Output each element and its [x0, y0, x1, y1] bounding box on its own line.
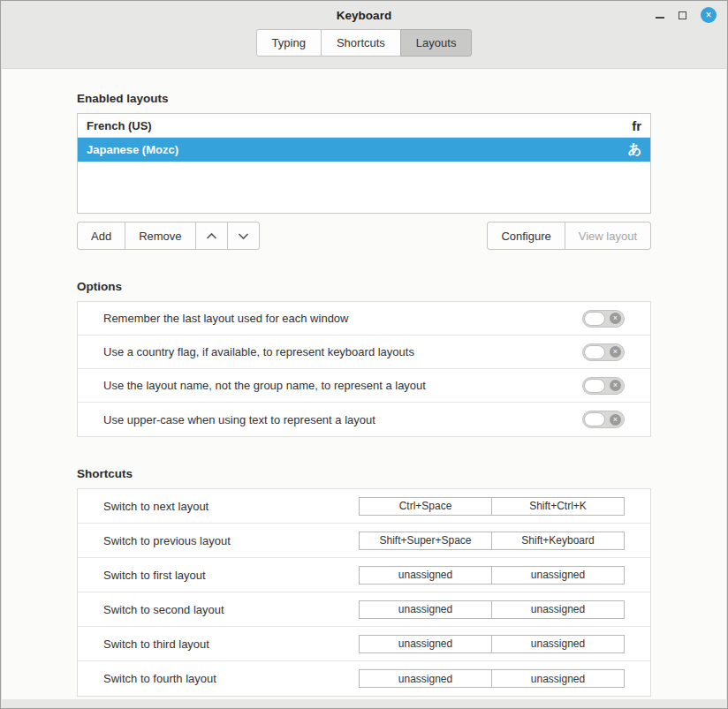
window-controls: × [656, 1, 717, 29]
toggle-switch-remember-layout[interactable]: × [582, 310, 625, 328]
keybinding-button[interactable]: Shift+Super+Space [359, 532, 492, 550]
shortcut-row-previous-layout: Switch to previous layout Shift+Super+Sp… [78, 524, 650, 558]
option-row-upper-case: Use upper-case when using text to repres… [78, 403, 650, 436]
shortcut-row-first-layout: Switch to first layout unassigned unassi… [78, 558, 650, 592]
window-title: Keyboard [337, 9, 391, 22]
layout-row-japanese[interactable]: Japanese (Mozc) あ [78, 138, 650, 162]
content-area: Enabled layouts French (US) fr Japanese … [2, 68, 726, 699]
shortcut-label: Switch to fourth layout [103, 672, 216, 685]
keybinding-button[interactable]: unassigned [491, 600, 625, 619]
keybinding-button[interactable]: unassigned [491, 669, 625, 688]
toggle-switch-layout-name[interactable]: × [582, 377, 625, 395]
shortcut-label: Switch to next layout [103, 500, 209, 513]
keybinding-button[interactable]: unassigned [491, 566, 625, 585]
minimize-button[interactable] [656, 11, 664, 19]
keybinding-button[interactable]: unassigned [359, 566, 492, 585]
shortcut-row-second-layout: Switch to second layout unassigned unass… [78, 592, 650, 627]
shortcut-row-fourth-layout: Switch to fourth layout unassigned unass… [78, 661, 650, 696]
move-down-button[interactable] [227, 222, 260, 250]
shortcut-row-third-layout: Switch to third layout unassigned unassi… [78, 627, 650, 661]
shortcut-label: Switch to first layout [103, 569, 206, 582]
toggle-off-icon: × [610, 414, 621, 426]
toggle-off-icon: × [610, 346, 621, 358]
layout-edit-buttons: Add Remove [77, 222, 260, 250]
enabled-layouts-heading: Enabled layouts [77, 92, 651, 105]
titlebar: Keyboard × [1, 1, 727, 29]
shortcut-label: Switch to previous layout [103, 534, 231, 547]
layout-action-buttons: Configure View layout [487, 222, 651, 250]
toggle-switch-country-flag[interactable]: × [582, 343, 625, 361]
layout-list-toolbar: Add Remove Configure View layout [77, 222, 651, 250]
option-label: Remember the last layout used for each w… [103, 312, 348, 325]
toggle-switch-upper-case[interactable]: × [582, 411, 625, 428]
maximize-icon [679, 11, 686, 19]
toggle-knob [584, 345, 605, 359]
layout-indicator-badge: あ [628, 141, 641, 158]
maximize-button[interactable] [679, 11, 686, 19]
layout-name: Japanese (Mozc) [87, 143, 178, 156]
enabled-layouts-list: French (US) fr Japanese (Mozc) あ [77, 113, 651, 214]
tab-typing[interactable]: Typing [256, 29, 322, 57]
close-icon: × [701, 7, 717, 23]
keybinding-button[interactable]: unassigned [359, 635, 492, 653]
add-button[interactable]: Add [77, 222, 125, 250]
option-label: Use upper-case when using text to repres… [103, 413, 375, 426]
shortcuts-heading: Shortcuts [77, 467, 651, 480]
toggle-knob [584, 379, 605, 393]
toggle-knob [584, 312, 605, 326]
keybinding-button[interactable]: unassigned [491, 635, 625, 653]
option-label: Use a country flag, if available, to rep… [103, 345, 414, 358]
keybinding-button[interactable]: Ctrl+Space [359, 497, 492, 516]
options-list: Remember the last layout used for each w… [77, 301, 651, 437]
shortcut-label: Switch to third layout [103, 637, 209, 651]
layout-indicator-badge: fr [632, 118, 641, 133]
keyboard-settings-window: { "colors": { "accent": "#35a2db" }, "wi… [0, 0, 728, 709]
minimize-icon [656, 17, 664, 19]
option-row-country-flag: Use a country flag, if available, to rep… [78, 336, 650, 369]
remove-button[interactable]: Remove [125, 222, 195, 250]
toggle-knob [584, 412, 605, 426]
move-up-button[interactable] [195, 222, 228, 250]
tab-shortcuts[interactable]: Shortcuts [321, 29, 401, 57]
chevron-up-icon [206, 232, 217, 240]
option-row-remember-layout: Remember the last layout used for each w… [78, 302, 650, 336]
chevron-down-icon [238, 232, 249, 240]
layout-name: French (US) [87, 119, 152, 132]
toggle-off-icon: × [610, 380, 621, 391]
options-heading: Options [77, 280, 651, 293]
keybinding-button[interactable]: unassigned [359, 600, 492, 619]
shortcut-label: Switch to second layout [103, 603, 224, 616]
toggle-off-icon: × [610, 313, 621, 324]
view-layout-button[interactable]: View layout [565, 222, 651, 250]
shortcut-row-next-layout: Switch to next layout Ctrl+Space Shift+C… [78, 489, 650, 524]
keybinding-button[interactable]: unassigned [359, 669, 492, 688]
option-row-layout-name: Use the layout name, not the group name,… [78, 369, 650, 403]
keybinding-button[interactable]: Shift+Ctrl+K [491, 497, 625, 516]
close-button[interactable]: × [701, 7, 717, 23]
keybinding-button[interactable]: Shift+Keyboard [491, 532, 625, 550]
shortcuts-list: Switch to next layout Ctrl+Space Shift+C… [77, 488, 651, 697]
configure-button[interactable]: Configure [487, 222, 565, 250]
layout-row-french[interactable]: French (US) fr [78, 114, 650, 138]
option-label: Use the layout name, not the group name,… [103, 379, 426, 392]
tab-bar: Typing Shortcuts Layouts [1, 29, 727, 67]
tab-layouts[interactable]: Layouts [400, 29, 473, 57]
